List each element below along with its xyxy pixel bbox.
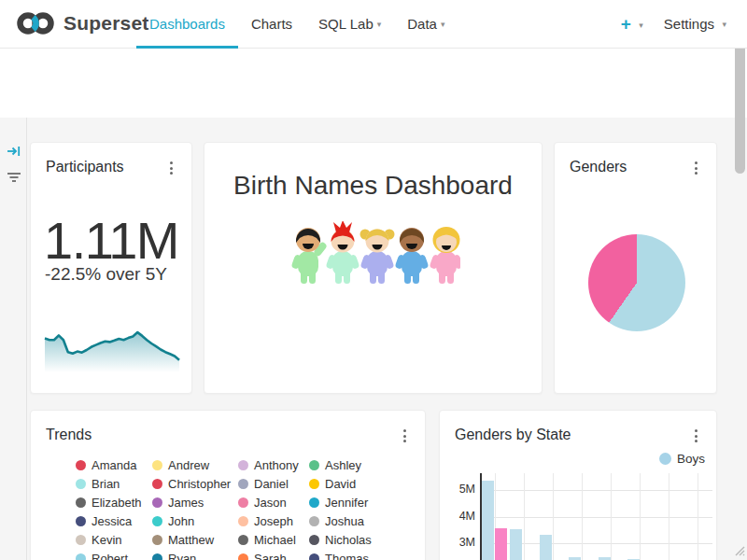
bar-boys-3 xyxy=(540,535,552,560)
legend-swatch xyxy=(238,460,248,470)
legend-label: Robert xyxy=(92,552,128,560)
big-number-value: 1.11M xyxy=(44,210,178,271)
expand-filter-bar-icon[interactable] xyxy=(7,144,21,162)
legend-swatch xyxy=(76,553,86,560)
markdown-heading: Birth Names Dashboard xyxy=(204,171,542,201)
legend-swatch xyxy=(659,453,671,465)
chart-title: Trends xyxy=(46,427,92,443)
big-number-subheader: -22.5% over 5Y xyxy=(45,264,167,285)
chevron-down-icon: ▾ xyxy=(377,20,382,29)
legend-label: Thomas xyxy=(325,552,369,560)
legend-item-jessica[interactable]: Jessica xyxy=(76,511,152,530)
legend-item-thomas[interactable]: Thomas xyxy=(309,549,412,560)
main-nav: DashboardsChartsSQL Lab▾Data▾ xyxy=(136,0,458,49)
chart-card-genders-by-state: Genders by State Boys 5M4M3M xyxy=(439,410,717,560)
legend-item-robert[interactable]: Robert xyxy=(76,549,152,560)
legend-swatch xyxy=(76,479,86,489)
nav-item-sql-lab[interactable]: SQL Lab▾ xyxy=(305,0,394,49)
legend-label: James xyxy=(168,496,204,510)
legend-label: Elizabeth xyxy=(92,496,141,510)
legend-label: Andrew xyxy=(168,458,209,472)
navbar-right: + ▾ Settings ▾ xyxy=(621,0,726,49)
bar-boys-0 xyxy=(482,481,494,560)
legend-item-amanda[interactable]: Amanda xyxy=(76,455,152,474)
nav-item-data[interactable]: Data▾ xyxy=(394,0,458,49)
legend-label: Kevin xyxy=(92,533,122,547)
legend-swatch xyxy=(238,497,248,508)
chart-options-kebab-icon[interactable] xyxy=(693,427,699,444)
legend-item-matthew[interactable]: Matthew xyxy=(152,530,238,549)
legend-swatch xyxy=(152,535,162,545)
nav-item-charts[interactable]: Charts xyxy=(238,0,305,49)
legend-item-joshua[interactable]: Joshua xyxy=(309,511,412,530)
resize-handle-icon[interactable] xyxy=(730,541,745,560)
legend-swatch xyxy=(309,460,319,470)
legend-item-john[interactable]: John xyxy=(152,511,238,530)
legend-item-christopher[interactable]: Christopher xyxy=(152,474,238,493)
filter-bar-collapsed xyxy=(0,118,27,560)
legend-item-nicholas[interactable]: Nicholas xyxy=(309,530,412,549)
legend-swatch xyxy=(309,516,319,526)
chart-options-kebab-icon[interactable] xyxy=(402,427,408,444)
legend-label: Michael xyxy=(254,533,296,547)
nav-item-dashboards[interactable]: Dashboards xyxy=(136,0,238,49)
legend-label: David xyxy=(325,477,356,491)
legend-swatch xyxy=(309,535,319,545)
legend-item-brian[interactable]: Brian xyxy=(76,474,152,493)
legend-item-joseph[interactable]: Joseph xyxy=(238,511,309,530)
infinity-logo-icon xyxy=(17,9,56,37)
superset-dashboard-screen: Superset DashboardsChartsSQL Lab▾Data▾ +… xyxy=(0,0,747,560)
legend-label: Ryan xyxy=(168,552,196,560)
settings-menu[interactable]: Settings ▾ xyxy=(664,16,726,33)
legend-item-andrew[interactable]: Andrew xyxy=(152,455,238,474)
legend-item-james[interactable]: James xyxy=(152,493,238,511)
legend-label: Boys xyxy=(677,452,705,466)
legend-label: Joseph xyxy=(254,514,293,528)
legend-item-jennifer[interactable]: Jennifer xyxy=(309,493,412,511)
chart-card-genders: Genders xyxy=(554,142,717,394)
trend-sparkline-chart xyxy=(44,315,180,374)
legend-label: Jason xyxy=(254,496,287,510)
settings-label: Settings xyxy=(664,16,714,32)
new-item-button[interactable]: + ▾ xyxy=(621,14,643,35)
legend-item-ryan[interactable]: Ryan xyxy=(152,549,238,560)
legend-swatch xyxy=(76,460,86,470)
legend-swatch xyxy=(76,535,86,545)
legend-item-elizabeth[interactable]: Elizabeth xyxy=(76,493,152,511)
legend-item-ashley[interactable]: Ashley xyxy=(309,455,412,474)
chart-options-kebab-icon[interactable] xyxy=(693,160,699,176)
chevron-down-icon: ▾ xyxy=(639,21,643,30)
superset-logo[interactable]: Superset xyxy=(17,9,148,37)
chart-title: Genders by State xyxy=(455,427,571,443)
legend-label: Jessica xyxy=(92,514,132,528)
legend-swatch xyxy=(238,553,248,560)
legend-item-daniel[interactable]: Daniel xyxy=(238,474,309,493)
legend-label: Matthew xyxy=(168,533,214,547)
legend-item-jason[interactable]: Jason xyxy=(238,493,309,511)
legend-item-boys[interactable]: Boys xyxy=(659,452,705,466)
chevron-down-icon: ▾ xyxy=(441,20,445,29)
bar-girls-1 xyxy=(495,528,507,560)
bar-boys-2 xyxy=(510,529,522,560)
plus-icon: + xyxy=(621,14,631,34)
legend-item-kevin[interactable]: Kevin xyxy=(76,530,152,549)
y-axis-tick-label: 5M xyxy=(445,483,475,496)
legend-swatch xyxy=(152,497,162,508)
legend-item-sarah[interactable]: Sarah xyxy=(238,549,309,560)
legend-swatch xyxy=(152,460,162,470)
children-illustration xyxy=(288,221,460,288)
legend-label: Sarah xyxy=(254,552,287,560)
legend-label: Jennifer xyxy=(325,496,368,510)
legend-label: Joshua xyxy=(325,514,364,528)
genders-pie-chart xyxy=(588,234,685,331)
legend-item-anthony[interactable]: Anthony xyxy=(238,455,309,474)
filter-list-icon[interactable] xyxy=(7,170,21,189)
legend-item-david[interactable]: David xyxy=(309,474,412,493)
legend-label: Anthony xyxy=(254,458,299,472)
legend-item-michael[interactable]: Michael xyxy=(238,530,309,549)
chart-options-kebab-icon[interactable] xyxy=(168,160,175,176)
legend-label: John xyxy=(168,514,194,528)
legend-swatch xyxy=(309,553,319,560)
legend-swatch xyxy=(309,479,319,489)
legend-swatch xyxy=(238,535,248,545)
